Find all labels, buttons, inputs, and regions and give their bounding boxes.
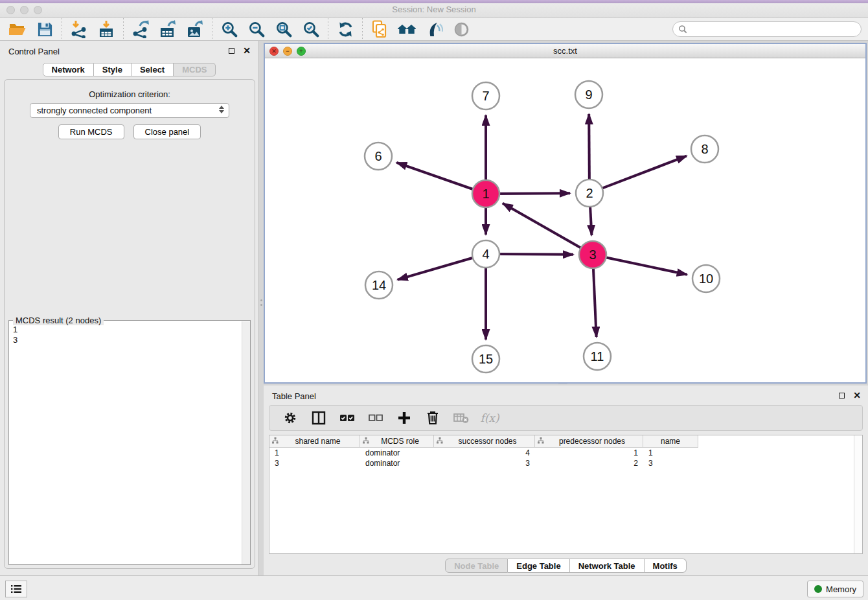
tab-node-table[interactable]: Node Table: [445, 559, 508, 573]
graph-node-11[interactable]: 11: [584, 343, 611, 370]
graph-node-8[interactable]: 8: [691, 135, 718, 163]
close-panel-icon[interactable]: ✕: [243, 47, 251, 54]
result-line[interactable]: 1: [13, 325, 237, 335]
mcds-panel: Optimization criterion: strongly connect…: [4, 79, 255, 569]
network-graph[interactable]: 7968124314101511: [265, 58, 865, 383]
close-panel-button[interactable]: Close panel: [133, 124, 201, 139]
graph-node-9[interactable]: 9: [575, 81, 602, 108]
tab-style[interactable]: Style: [94, 63, 131, 76]
network-canvas[interactable]: 7968124314101511: [265, 58, 865, 382]
graph-node-10[interactable]: 10: [692, 265, 720, 292]
graph-node-3[interactable]: 3: [579, 241, 606, 268]
table-options-icon[interactable]: [282, 410, 299, 426]
export-image-icon[interactable]: [185, 19, 205, 40]
memory-button[interactable]: Memory: [807, 581, 863, 597]
delete-table-icon[interactable]: [453, 410, 470, 426]
search-box[interactable]: [672, 21, 862, 37]
cell-predecessor-nodes[interactable]: 2: [535, 458, 643, 468]
cell-successor-nodes[interactable]: 4: [434, 448, 535, 458]
zoom-in-icon[interactable]: [219, 19, 240, 40]
toggle-bird-eye-view-icon[interactable]: [451, 19, 472, 40]
graph-node-2[interactable]: 2: [576, 179, 603, 207]
table-row[interactable]: 1dominator411: [269, 448, 862, 458]
toolbar-separator: [212, 18, 212, 40]
column-header-name[interactable]: name: [643, 435, 698, 448]
zoom-out-icon[interactable]: [246, 19, 267, 40]
toolbar-separator: [362, 18, 363, 40]
column-header-shared-name[interactable]: shared name: [269, 435, 360, 448]
tab-select[interactable]: Select: [131, 63, 174, 76]
reset-home-icon[interactable]: [396, 19, 417, 40]
control-panel-tabs: NetworkStyleSelectMCDS: [0, 63, 258, 76]
clone-network-icon[interactable]: [369, 19, 390, 40]
column-header-successor-nodes[interactable]: successor nodes: [434, 435, 535, 448]
save-session-icon[interactable]: [34, 19, 55, 40]
float-panel-icon[interactable]: [229, 48, 234, 54]
zoom-selected-icon[interactable]: [301, 19, 321, 40]
tab-network-table[interactable]: Network Table: [570, 559, 645, 573]
graph-node-15[interactable]: 15: [472, 345, 499, 373]
delete-selected-icon[interactable]: [424, 410, 441, 426]
graph-node-7[interactable]: 7: [472, 82, 499, 110]
task-history-button[interactable]: [5, 581, 27, 597]
table-panel: Table Panel ✕ f(x) shared nameMCDS roles…: [264, 386, 868, 575]
close-panel-icon[interactable]: ✕: [853, 392, 861, 398]
zoom-fit-icon[interactable]: [273, 19, 294, 40]
graph-node-4[interactable]: 4: [472, 240, 499, 268]
cell-shared-name[interactable]: 1: [269, 448, 360, 458]
graph-node-6[interactable]: 6: [365, 143, 392, 170]
column-header-predecessor-nodes[interactable]: predecessor nodes: [535, 435, 643, 448]
search-input[interactable]: [687, 23, 861, 36]
mcds-result-group: MCDS result (2 nodes) 13: [8, 320, 251, 565]
window-title: Session: New Session: [0, 5, 868, 14]
apply-layout-icon[interactable]: [335, 19, 356, 40]
function-builder-icon[interactable]: f(x): [481, 410, 498, 426]
table-row[interactable]: 3dominator323: [269, 458, 862, 468]
column-header-mcds-role[interactable]: MCDS role: [360, 435, 434, 448]
export-table-icon[interactable]: [157, 19, 178, 40]
tab-network[interactable]: Network: [43, 63, 94, 76]
graph-node-label: 9: [585, 87, 592, 102]
graph-node-1[interactable]: 1: [472, 180, 499, 207]
deselect-all-icon[interactable]: [367, 410, 384, 426]
table-scrollbar[interactable]: [854, 435, 862, 553]
split-pane-handle[interactable]: [260, 299, 262, 310]
add-column-icon[interactable]: [396, 410, 413, 426]
run-mcds-button[interactable]: Run MCDS: [58, 124, 124, 139]
graph-node-14[interactable]: 14: [365, 271, 393, 299]
cell-name[interactable]: 1: [643, 448, 698, 458]
result-scrollbar[interactable]: [242, 321, 250, 564]
toggle-panel-split-icon[interactable]: [310, 410, 327, 426]
tab-mcds[interactable]: MCDS: [174, 63, 216, 76]
import-network-icon[interactable]: [69, 19, 89, 40]
export-network-icon[interactable]: [130, 19, 151, 40]
mac-titlebar: Session: New Session: [0, 0, 868, 18]
control-panel: Control Panel ✕ NetworkStyleSelectMCDS O…: [0, 41, 259, 575]
cell-successor-nodes[interactable]: 3: [434, 458, 535, 468]
network-window-titlebar[interactable]: ✕ − + scc.txt: [265, 44, 865, 58]
select-all-icon[interactable]: [339, 410, 356, 426]
show-graphics-details-icon[interactable]: [424, 19, 444, 40]
cell-mcds-role[interactable]: dominator: [360, 448, 434, 458]
table-panel-title: Table Panel: [272, 391, 316, 401]
criterion-dropdown[interactable]: strongly connected component: [30, 103, 229, 118]
column-header-label: shared name: [279, 437, 357, 446]
table-panel-controls: ✕: [839, 392, 861, 398]
column-header-label: successor nodes: [443, 437, 532, 446]
open-session-icon[interactable]: [7, 19, 28, 40]
cell-shared-name[interactable]: 3: [269, 458, 360, 468]
float-panel-icon[interactable]: [839, 393, 845, 398]
tab-edge-table[interactable]: Edge Table: [508, 559, 569, 573]
graph-edge-3-10[interactable]: [593, 255, 687, 275]
cell-mcds-role[interactable]: dominator: [360, 458, 434, 468]
mcds-result-list[interactable]: 13: [9, 322, 241, 564]
graph-node-label: 4: [482, 247, 489, 261]
cell-predecessor-nodes[interactable]: 1: [535, 448, 643, 458]
tab-motifs[interactable]: Motifs: [645, 559, 687, 573]
network-window: ✕ − + scc.txt 7968124314101511: [264, 43, 867, 384]
graph-edge-2-8[interactable]: [589, 156, 687, 193]
result-line[interactable]: 3: [13, 335, 237, 345]
cell-name[interactable]: 3: [643, 458, 698, 468]
import-table-icon[interactable]: [96, 19, 117, 40]
graph-edge-3-1[interactable]: [503, 203, 593, 255]
